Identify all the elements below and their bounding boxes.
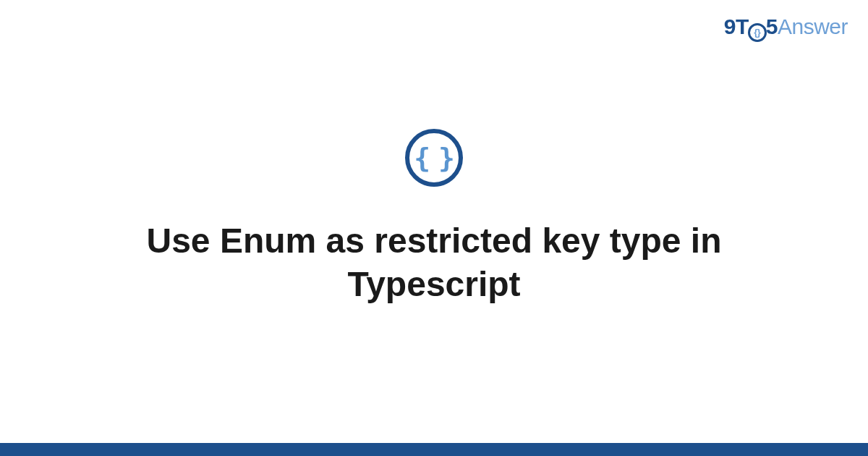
footer-accent-bar (0, 443, 868, 456)
code-braces-icon: { } (414, 142, 451, 174)
main-content: { } Use Enum as restricted key type in T… (0, 0, 868, 456)
page-title: Use Enum as restricted key type in Types… (72, 219, 796, 306)
category-icon-circle: { } (405, 129, 463, 187)
